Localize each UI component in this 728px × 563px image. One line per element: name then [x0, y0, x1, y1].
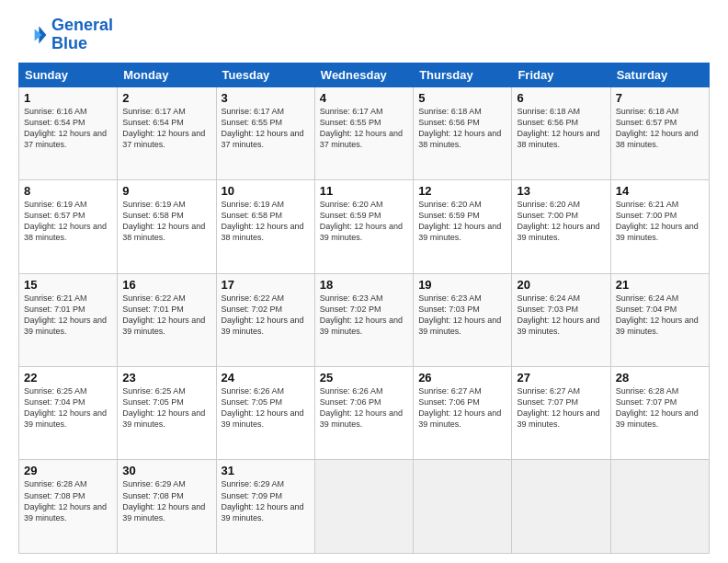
day-detail: Sunrise: 6:24 AM Sunset: 7:03 PM Dayligh… [517, 293, 605, 338]
day-number: 22 [24, 371, 112, 385]
calendar-cell: 29 Sunrise: 6:28 AM Sunset: 7:08 PM Dayl… [19, 460, 118, 554]
day-number: 23 [122, 371, 210, 385]
calendar-cell: 3 Sunrise: 6:17 AM Sunset: 6:55 PM Dayli… [216, 86, 314, 179]
calendar-cell: 5 Sunrise: 6:18 AM Sunset: 6:56 PM Dayli… [414, 86, 512, 179]
logo-text: General Blue [51, 17, 113, 53]
calendar-cell: 6 Sunrise: 6:18 AM Sunset: 6:56 PM Dayli… [512, 86, 610, 179]
calendar-cell: 9 Sunrise: 6:19 AM Sunset: 6:58 PM Dayli… [118, 180, 216, 273]
day-number: 9 [122, 184, 210, 198]
day-number: 27 [517, 371, 605, 385]
day-detail: Sunrise: 6:23 AM Sunset: 7:03 PM Dayligh… [418, 293, 506, 338]
day-number: 2 [122, 91, 210, 105]
day-detail: Sunrise: 6:24 AM Sunset: 7:04 PM Dayligh… [616, 293, 704, 338]
day-detail: Sunrise: 6:25 AM Sunset: 7:05 PM Dayligh… [122, 385, 210, 431]
day-number: 14 [616, 184, 704, 198]
calendar-cell [610, 460, 709, 554]
day-number: 21 [616, 278, 704, 292]
day-number: 3 [222, 91, 310, 105]
calendar-cell: 7 Sunrise: 6:18 AM Sunset: 6:57 PM Dayli… [610, 86, 709, 179]
day-number: 6 [517, 91, 605, 105]
week-row-3: 15 Sunrise: 6:21 AM Sunset: 7:01 PM Dayl… [19, 273, 710, 366]
day-header-sunday: Sunday [19, 63, 118, 86]
calendar-cell: 14 Sunrise: 6:21 AM Sunset: 7:00 PM Dayl… [610, 180, 709, 273]
day-number: 10 [222, 184, 310, 198]
week-row-5: 29 Sunrise: 6:28 AM Sunset: 7:08 PM Dayl… [19, 460, 710, 554]
day-detail: Sunrise: 6:22 AM Sunset: 7:02 PM Dayligh… [222, 293, 310, 338]
calendar-cell [512, 460, 610, 554]
day-number: 4 [320, 91, 408, 105]
day-number: 17 [222, 278, 310, 292]
day-number: 31 [222, 464, 310, 477]
calendar-cell: 2 Sunrise: 6:17 AM Sunset: 6:54 PM Dayli… [118, 86, 216, 179]
day-number: 26 [418, 371, 506, 385]
week-row-2: 8 Sunrise: 6:19 AM Sunset: 6:57 PM Dayli… [19, 180, 710, 273]
day-number: 7 [616, 91, 704, 105]
week-row-4: 22 Sunrise: 6:25 AM Sunset: 7:04 PM Dayl… [19, 367, 710, 460]
logo-icon [18, 20, 48, 50]
day-detail: Sunrise: 6:26 AM Sunset: 7:06 PM Dayligh… [320, 385, 408, 431]
day-detail: Sunrise: 6:20 AM Sunset: 6:59 PM Dayligh… [320, 199, 408, 244]
day-detail: Sunrise: 6:18 AM Sunset: 6:57 PM Dayligh… [616, 106, 704, 151]
day-number: 29 [24, 464, 112, 477]
day-number: 25 [320, 371, 408, 385]
calendar-cell: 21 Sunrise: 6:24 AM Sunset: 7:04 PM Dayl… [610, 273, 709, 366]
day-detail: Sunrise: 6:29 AM Sunset: 7:08 PM Dayligh… [122, 478, 210, 523]
day-header-wednesday: Wednesday [314, 63, 413, 86]
calendar-cell: 20 Sunrise: 6:24 AM Sunset: 7:03 PM Dayl… [512, 273, 610, 366]
calendar-cell: 8 Sunrise: 6:19 AM Sunset: 6:57 PM Dayli… [19, 180, 118, 273]
calendar-cell: 24 Sunrise: 6:26 AM Sunset: 7:05 PM Dayl… [216, 367, 314, 460]
day-number: 5 [418, 91, 506, 105]
header: General Blue [18, 17, 710, 53]
day-detail: Sunrise: 6:23 AM Sunset: 7:02 PM Dayligh… [320, 293, 408, 338]
calendar-cell: 27 Sunrise: 6:27 AM Sunset: 7:07 PM Dayl… [512, 367, 610, 460]
day-detail: Sunrise: 6:19 AM Sunset: 6:58 PM Dayligh… [122, 199, 210, 244]
day-detail: Sunrise: 6:29 AM Sunset: 7:09 PM Dayligh… [222, 478, 310, 523]
day-header-monday: Monday [118, 63, 216, 86]
calendar-cell: 11 Sunrise: 6:20 AM Sunset: 6:59 PM Dayl… [314, 180, 413, 273]
calendar-cell: 10 Sunrise: 6:19 AM Sunset: 6:58 PM Dayl… [216, 180, 314, 273]
day-number: 15 [24, 278, 112, 292]
day-detail: Sunrise: 6:17 AM Sunset: 6:55 PM Dayligh… [320, 106, 408, 151]
day-number: 13 [517, 184, 605, 198]
day-number: 18 [320, 278, 408, 292]
day-detail: Sunrise: 6:16 AM Sunset: 6:54 PM Dayligh… [24, 106, 112, 151]
day-detail: Sunrise: 6:22 AM Sunset: 7:01 PM Dayligh… [122, 293, 210, 338]
calendar-cell [414, 460, 512, 554]
day-number: 28 [616, 371, 704, 385]
page: General Blue SundayMondayTuesdayWednesda… [0, 0, 728, 563]
day-detail: Sunrise: 6:18 AM Sunset: 6:56 PM Dayligh… [418, 106, 506, 151]
day-number: 30 [122, 464, 210, 477]
day-detail: Sunrise: 6:19 AM Sunset: 6:58 PM Dayligh… [222, 199, 310, 244]
day-header-thursday: Thursday [414, 63, 512, 86]
day-detail: Sunrise: 6:25 AM Sunset: 7:04 PM Dayligh… [24, 385, 112, 431]
calendar-cell: 30 Sunrise: 6:29 AM Sunset: 7:08 PM Dayl… [118, 460, 216, 554]
day-detail: Sunrise: 6:28 AM Sunset: 7:08 PM Dayligh… [24, 478, 112, 523]
calendar-table: SundayMondayTuesdayWednesdayThursdayFrid… [18, 63, 710, 554]
calendar-cell: 12 Sunrise: 6:20 AM Sunset: 6:59 PM Dayl… [414, 180, 512, 273]
day-number: 20 [517, 278, 605, 292]
week-row-1: 1 Sunrise: 6:16 AM Sunset: 6:54 PM Dayli… [19, 86, 710, 179]
day-detail: Sunrise: 6:19 AM Sunset: 6:57 PM Dayligh… [24, 199, 112, 244]
day-detail: Sunrise: 6:28 AM Sunset: 7:07 PM Dayligh… [616, 385, 704, 431]
day-detail: Sunrise: 6:20 AM Sunset: 6:59 PM Dayligh… [418, 199, 506, 244]
day-detail: Sunrise: 6:18 AM Sunset: 6:56 PM Dayligh… [517, 106, 605, 151]
day-number: 1 [24, 91, 112, 105]
calendar-cell: 23 Sunrise: 6:25 AM Sunset: 7:05 PM Dayl… [118, 367, 216, 460]
calendar-cell: 19 Sunrise: 6:23 AM Sunset: 7:03 PM Dayl… [414, 273, 512, 366]
calendar-cell: 28 Sunrise: 6:28 AM Sunset: 7:07 PM Dayl… [610, 367, 709, 460]
calendar-cell: 25 Sunrise: 6:26 AM Sunset: 7:06 PM Dayl… [314, 367, 413, 460]
calendar-cell: 15 Sunrise: 6:21 AM Sunset: 7:01 PM Dayl… [19, 273, 118, 366]
day-detail: Sunrise: 6:27 AM Sunset: 7:06 PM Dayligh… [418, 385, 506, 431]
day-detail: Sunrise: 6:21 AM Sunset: 7:01 PM Dayligh… [24, 293, 112, 338]
day-number: 12 [418, 184, 506, 198]
day-number: 11 [320, 184, 408, 198]
calendar-cell: 18 Sunrise: 6:23 AM Sunset: 7:02 PM Dayl… [314, 273, 413, 366]
calendar-cell [314, 460, 413, 554]
day-number: 19 [418, 278, 506, 292]
calendar-cell: 31 Sunrise: 6:29 AM Sunset: 7:09 PM Dayl… [216, 460, 314, 554]
calendar-cell: 26 Sunrise: 6:27 AM Sunset: 7:06 PM Dayl… [414, 367, 512, 460]
day-detail: Sunrise: 6:20 AM Sunset: 7:00 PM Dayligh… [517, 199, 605, 244]
calendar-cell: 1 Sunrise: 6:16 AM Sunset: 6:54 PM Dayli… [19, 86, 118, 179]
day-header-saturday: Saturday [610, 63, 709, 86]
day-number: 16 [122, 278, 210, 292]
